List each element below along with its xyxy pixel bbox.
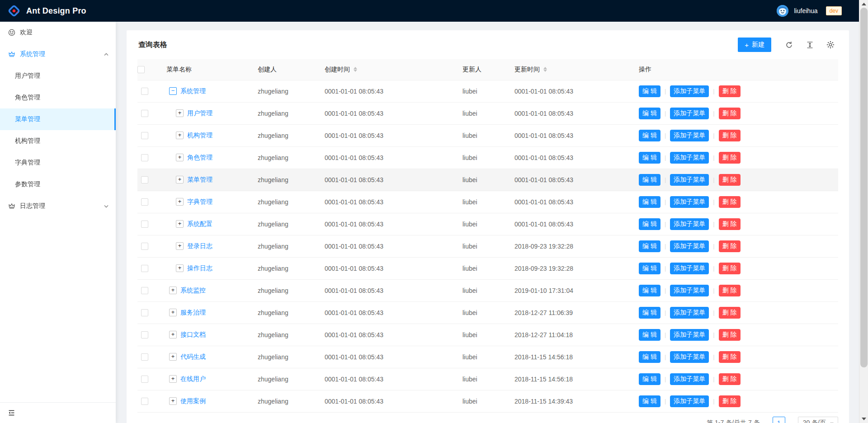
page-scrollbar[interactable]: [859, 0, 868, 423]
add-submenu-button[interactable]: 添加子菜单: [670, 285, 709, 296]
column-height-icon[interactable]: [802, 38, 817, 52]
app-logo-link[interactable]: Ant Design Pro: [7, 4, 86, 18]
sidebar-collapse-trigger[interactable]: [0, 402, 116, 423]
edit-button[interactable]: 编 辑: [639, 240, 660, 252]
reload-icon[interactable]: [781, 38, 797, 52]
menu-name-link[interactable]: 机构管理: [187, 132, 212, 139]
row-checkbox[interactable]: [141, 309, 148, 316]
add-submenu-button[interactable]: 添加子菜单: [670, 373, 709, 385]
expand-row-icon[interactable]: +: [176, 242, 184, 250]
edit-button[interactable]: 编 辑: [639, 196, 660, 208]
edit-button[interactable]: 编 辑: [639, 108, 660, 119]
sidebar-item-2[interactable]: 用户管理: [0, 65, 116, 87]
delete-button[interactable]: 删 除: [719, 307, 741, 319]
row-checkbox[interactable]: [141, 353, 148, 361]
menu-name-link[interactable]: 菜单管理: [187, 176, 212, 183]
edit-button[interactable]: 编 辑: [639, 218, 660, 230]
edit-button[interactable]: 编 辑: [639, 373, 660, 385]
scroll-down-arrow-icon[interactable]: [862, 418, 866, 420]
expand-row-icon[interactable]: +: [176, 198, 184, 206]
delete-button[interactable]: 删 除: [719, 152, 741, 164]
menu-name-link[interactable]: 使用案例: [180, 397, 206, 404]
menu-name-link[interactable]: 服务治理: [180, 309, 206, 316]
row-checkbox[interactable]: [141, 287, 148, 294]
scroll-up-arrow-icon[interactable]: [862, 3, 866, 5]
delete-button[interactable]: 删 除: [719, 196, 741, 208]
row-checkbox[interactable]: [141, 198, 148, 206]
expand-row-icon[interactable]: +: [169, 353, 177, 361]
scrollbar-thumb[interactable]: [860, 8, 868, 367]
expand-row-icon[interactable]: +: [169, 375, 177, 383]
sidebar-item-0[interactable]: 欢迎: [0, 22, 116, 43]
sorter-icon[interactable]: [354, 67, 357, 72]
edit-button[interactable]: 编 辑: [639, 174, 660, 186]
row-checkbox[interactable]: [141, 376, 148, 383]
page-size-select[interactable]: 20 条/页: [798, 417, 838, 423]
row-checkbox[interactable]: [141, 88, 148, 95]
menu-name-link[interactable]: 用户管理: [187, 109, 212, 117]
delete-button[interactable]: 删 除: [719, 130, 741, 141]
sorter-icon[interactable]: [543, 67, 547, 72]
collapse-row-icon[interactable]: −: [169, 87, 177, 95]
delete-button[interactable]: 删 除: [719, 174, 741, 186]
edit-button[interactable]: 编 辑: [639, 152, 660, 164]
add-submenu-button[interactable]: 添加子菜单: [670, 329, 709, 341]
sidebar-item-7[interactable]: 参数管理: [0, 174, 116, 195]
expand-row-icon[interactable]: +: [169, 309, 177, 316]
sidebar-item-5[interactable]: 机构管理: [0, 130, 116, 152]
menu-name-link[interactable]: 接口文档: [180, 331, 206, 338]
expand-row-icon[interactable]: +: [176, 220, 184, 228]
menu-name-link[interactable]: 系统配置: [187, 220, 212, 227]
user-avatar[interactable]: [777, 5, 788, 17]
delete-button[interactable]: 删 除: [719, 329, 741, 341]
delete-button[interactable]: 删 除: [719, 85, 741, 97]
expand-row-icon[interactable]: +: [169, 397, 177, 405]
delete-button[interactable]: 删 除: [719, 351, 741, 363]
add-submenu-button[interactable]: 添加子菜单: [670, 108, 709, 119]
delete-button[interactable]: 删 除: [719, 218, 741, 230]
add-submenu-button[interactable]: 添加子菜单: [670, 240, 709, 252]
new-button[interactable]: + 新建: [738, 38, 771, 52]
username[interactable]: liufeihua: [794, 7, 817, 14]
add-submenu-button[interactable]: 添加子菜单: [670, 218, 709, 230]
menu-name-link[interactable]: 操作日志: [187, 264, 212, 272]
add-submenu-button[interactable]: 添加子菜单: [670, 130, 709, 141]
menu-name-link[interactable]: 代码生成: [180, 353, 206, 360]
delete-button[interactable]: 删 除: [719, 373, 741, 385]
row-checkbox[interactable]: [141, 221, 148, 228]
row-checkbox[interactable]: [141, 176, 148, 183]
menu-name-link[interactable]: 在线用户: [180, 375, 206, 382]
edit-button[interactable]: 编 辑: [639, 329, 660, 341]
page-1-button[interactable]: 1: [773, 417, 785, 423]
row-checkbox[interactable]: [141, 265, 148, 272]
edit-button[interactable]: 编 辑: [639, 85, 660, 97]
edit-button[interactable]: 编 辑: [639, 130, 660, 141]
expand-row-icon[interactable]: +: [169, 287, 177, 294]
sidebar-item-4[interactable]: 菜单管理: [0, 108, 116, 130]
delete-button[interactable]: 删 除: [719, 240, 741, 252]
delete-button[interactable]: 删 除: [719, 263, 741, 274]
edit-button[interactable]: 编 辑: [639, 263, 660, 274]
add-submenu-button[interactable]: 添加子菜单: [670, 152, 709, 164]
menu-name-link[interactable]: 系统管理: [180, 87, 206, 94]
row-checkbox[interactable]: [141, 243, 148, 250]
col-created-time[interactable]: 创建时间: [317, 59, 455, 80]
menu-name-link[interactable]: 系统监控: [180, 287, 206, 294]
delete-button[interactable]: 删 除: [719, 108, 741, 119]
select-all-checkbox[interactable]: [137, 66, 145, 73]
expand-row-icon[interactable]: +: [176, 264, 184, 272]
expand-row-icon[interactable]: +: [176, 154, 184, 161]
row-checkbox[interactable]: [141, 398, 148, 405]
sidebar-item-3[interactable]: 角色管理: [0, 87, 116, 108]
expand-row-icon[interactable]: +: [176, 132, 184, 139]
sidebar-item-1[interactable]: 系统管理: [0, 43, 116, 65]
menu-name-link[interactable]: 字典管理: [187, 198, 212, 205]
row-checkbox[interactable]: [141, 154, 148, 161]
expand-row-icon[interactable]: +: [176, 176, 184, 183]
sidebar-item-8[interactable]: 日志管理: [0, 195, 116, 217]
sidebar-item-6[interactable]: 字典管理: [0, 152, 116, 174]
expand-row-icon[interactable]: +: [169, 331, 177, 338]
expand-row-icon[interactable]: +: [176, 109, 184, 117]
edit-button[interactable]: 编 辑: [639, 285, 660, 296]
setting-icon[interactable]: [823, 38, 838, 52]
